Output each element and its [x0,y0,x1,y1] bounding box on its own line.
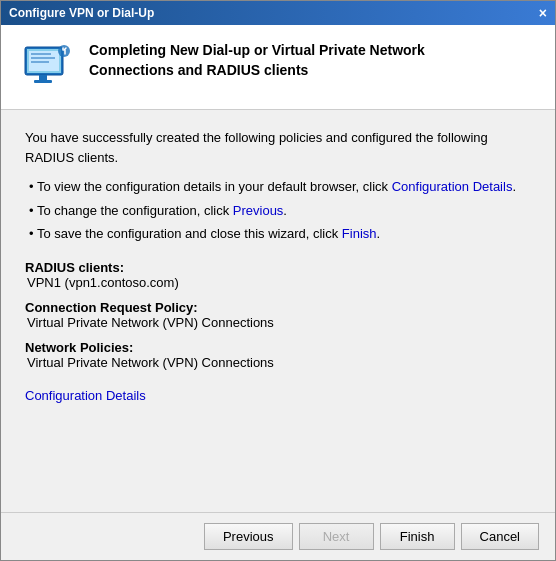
intro-text: You have successfully created the follow… [25,128,531,167]
network-label: Network Policies: [25,340,531,355]
svg-rect-3 [31,53,51,55]
title-bar-left: Configure VPN or Dial-Up [9,6,154,20]
bullet-item-3: • To save the configuration and close th… [29,224,531,244]
previous-link-inline[interactable]: Previous [233,203,284,218]
content-section: You have successfully created the follow… [1,110,555,512]
config-details-link-inline[interactable]: Configuration Details [392,179,513,194]
main-window: Configure VPN or Dial-Up × [0,0,556,561]
configuration-details-link[interactable]: Configuration Details [25,388,146,403]
svg-rect-4 [31,57,55,59]
cancel-button[interactable]: Cancel [461,523,539,550]
bullet-list: • To view the configuration details in y… [25,177,531,244]
network-block: Network Policies: Virtual Private Networ… [25,340,531,370]
svg-rect-5 [31,61,49,63]
radius-block: RADIUS clients: VPN1 (vpn1.contoso.com) [25,260,531,290]
radius-label: RADIUS clients: [25,260,531,275]
title-bar: Configure VPN or Dial-Up × [1,1,555,25]
footer: Previous Next Finish Cancel [1,512,555,560]
window-title: Configure VPN or Dial-Up [9,6,154,20]
finish-link-inline[interactable]: Finish [342,226,377,241]
radius-value: VPN1 (vpn1.contoso.com) [25,275,531,290]
bullet-3-text: • To save the configuration and close th… [29,224,380,244]
close-button[interactable]: × [539,6,547,20]
header-section: Completing New Dial-up or Virtual Privat… [1,25,555,110]
bullet-2-text: • To change the configuration, click Pre… [29,201,287,221]
config-link-section: Configuration Details [25,388,531,403]
network-value: Virtual Private Network (VPN) Connection… [25,355,531,370]
connection-label: Connection Request Policy: [25,300,531,315]
bullet-1-text: • To view the configuration details in y… [29,177,516,197]
svg-point-8 [58,45,70,57]
previous-button[interactable]: Previous [204,523,293,550]
finish-button[interactable]: Finish [380,523,455,550]
connection-block: Connection Request Policy: Virtual Priva… [25,300,531,330]
svg-rect-7 [34,80,52,83]
bullet-item-2: • To change the configuration, click Pre… [29,201,531,221]
header-title: Completing New Dial-up or Virtual Privat… [89,41,425,80]
connection-value: Virtual Private Network (VPN) Connection… [25,315,531,330]
wizard-icon [21,41,73,93]
bullet-item-1: • To view the configuration details in y… [29,177,531,197]
next-button[interactable]: Next [299,523,374,550]
svg-rect-6 [39,75,47,80]
